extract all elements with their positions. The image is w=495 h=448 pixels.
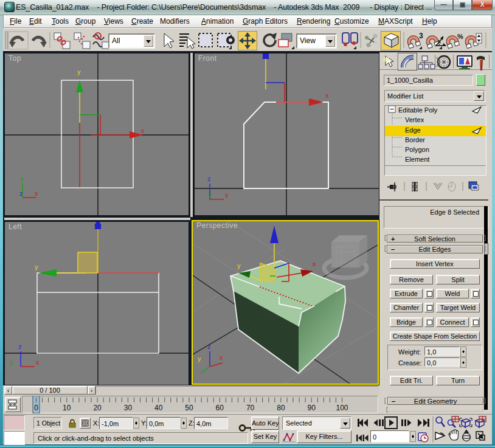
svg-text:40: 40 xyxy=(154,404,163,412)
svg-text:x: x xyxy=(35,190,38,197)
svg-text:10: 10 xyxy=(63,404,71,412)
svg-text:x: x xyxy=(141,127,145,134)
svg-text:y: y xyxy=(20,175,24,182)
svg-text:z: z xyxy=(18,343,22,350)
svg-text:x: x xyxy=(325,92,329,99)
svg-text:y: y xyxy=(77,68,81,75)
svg-text:50: 50 xyxy=(185,404,193,412)
svg-text:z: z xyxy=(207,175,211,182)
svg-text:y: y xyxy=(237,262,241,269)
svg-text:x: x xyxy=(220,354,223,361)
svg-text:%: % xyxy=(457,33,463,40)
svg-text:3: 3 xyxy=(419,32,423,40)
svg-text:y: y xyxy=(208,191,212,199)
svg-text:70: 70 xyxy=(246,404,255,412)
svg-text:y: y xyxy=(198,355,201,362)
svg-text:20: 20 xyxy=(93,404,102,412)
svg-text:x: x xyxy=(36,359,40,366)
svg-text:z: z xyxy=(207,343,211,350)
svg-text:y: y xyxy=(10,359,13,366)
svg-text:x: x xyxy=(313,260,316,267)
svg-text:y: y xyxy=(35,263,38,271)
svg-text:x: x xyxy=(225,191,229,199)
svg-text:100: 100 xyxy=(336,404,348,412)
svg-text:0: 0 xyxy=(34,404,38,412)
svg-text:60: 60 xyxy=(216,404,224,412)
svg-text:30: 30 xyxy=(124,404,133,412)
svg-text:80: 80 xyxy=(277,404,285,412)
svg-text:90: 90 xyxy=(308,404,316,412)
svg-text:z: z xyxy=(19,190,23,197)
